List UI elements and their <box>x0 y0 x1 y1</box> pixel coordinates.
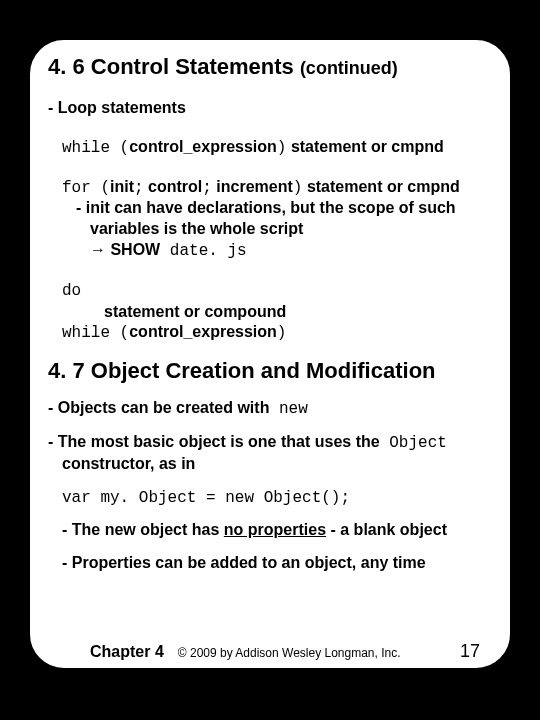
for-syntax: for (init; control; increment) statement… <box>62 177 492 199</box>
while-expr: control_expression <box>129 138 277 155</box>
Object-keyword: Object <box>380 434 447 452</box>
while-rest: statement or cmpnd <box>286 138 443 155</box>
show-line: → SHOW date. js <box>90 240 492 262</box>
obj-basic-text1: - The most basic object is one that uses… <box>48 433 380 450</box>
for-inc: increment <box>212 178 293 195</box>
heading-continued: (continued) <box>300 58 398 78</box>
do-kw: do <box>62 282 81 300</box>
section-heading-4-7: 4. 7 Object Creation and Modification <box>48 358 492 384</box>
obj-noprops-a: - The new object has <box>62 521 224 538</box>
slide-frame: 4. 6 Control Statements (continued) - Lo… <box>28 38 512 670</box>
obj-create-line: - Objects can be created with new <box>48 398 492 420</box>
heading-title: Control Statements <box>91 54 294 79</box>
page-number: 17 <box>460 641 480 662</box>
for-keyword: for ( <box>62 179 110 197</box>
obj-props-added-line: - Properties can be added to an object, … <box>62 553 492 574</box>
obj-basic-line2: constructor, as in <box>62 454 492 475</box>
heading-num: 4. 6 <box>48 54 85 79</box>
for-sep1: ; <box>134 179 144 197</box>
obj-noprops-line: - The new object has no properties - a b… <box>62 520 492 541</box>
for-sep2: ; <box>202 179 212 197</box>
while-close: ) <box>277 139 287 157</box>
heading2-title: Object Creation and Modification <box>91 358 436 383</box>
for-rest: statement or cmpnd <box>302 178 459 195</box>
do-while: while (control_expression) <box>62 322 492 344</box>
obj-code-line: var my. Object = new Object(); <box>62 487 492 509</box>
for-note-line1: - init can have declarations, but the sc… <box>76 198 492 219</box>
section-heading-4-6: 4. 6 Control Statements (continued) <box>48 54 492 80</box>
do-while-kw: while ( <box>62 324 129 342</box>
show-label: SHOW <box>106 241 160 258</box>
while-syntax: while (control_expression) statement or … <box>62 137 492 159</box>
do-keyword: do <box>62 280 492 302</box>
chapter-label: Chapter 4 <box>90 643 164 661</box>
for-note-line2: variables is the whole script <box>90 219 492 240</box>
obj-noprops-underline: no properties <box>224 521 326 538</box>
for-init: init <box>110 178 134 195</box>
footer: Chapter 4 © 2009 by Addison Wesley Longm… <box>90 641 480 662</box>
loop-statements-label: - Loop statements <box>48 98 492 119</box>
for-control: control <box>144 178 203 195</box>
obj-code: var my. Object = new Object(); <box>62 489 350 507</box>
while-keyword: while ( <box>62 139 129 157</box>
obj-create-text: - Objects can be created with <box>48 399 269 416</box>
do-while-expr: control_expression <box>129 323 277 340</box>
copyright-text: © 2009 by Addison Wesley Longman, Inc. <box>178 646 446 660</box>
do-while-close: ) <box>277 324 287 342</box>
obj-noprops-b: - a blank object <box>326 521 447 538</box>
date-js: date. js <box>160 242 246 260</box>
heading2-num: 4. 7 <box>48 358 85 383</box>
obj-basic-line1: - The most basic object is one that uses… <box>48 432 492 454</box>
new-keyword: new <box>269 400 307 418</box>
arrow-icon: → <box>90 241 106 258</box>
for-close: ) <box>293 179 303 197</box>
do-body: statement or compound <box>104 302 492 323</box>
